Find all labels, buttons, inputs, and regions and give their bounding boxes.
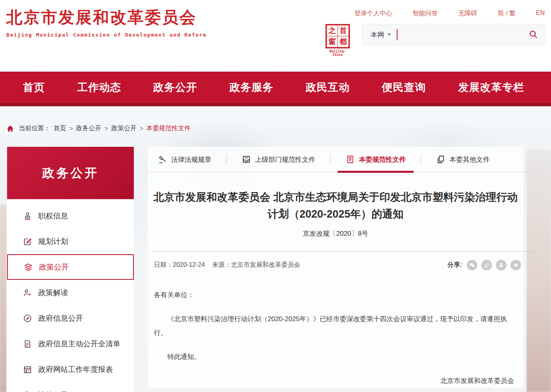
article-meta: 日期：2020-12-24来源：北京市发展和改革委员会 分享: [148, 252, 523, 277]
sidebar-item-website-annual-report[interactable]: 政府网站工作年度报表 [7, 357, 134, 382]
nav-item-gov-affairs[interactable]: 政务公开 [153, 80, 197, 94]
top-links: 登录个人中心 智能问答 无障碍 简 / 繁 EN [325, 0, 551, 18]
sidebar-item-label: 政府网站工作年度报表 [38, 364, 113, 375]
site-logo[interactable]: 北京市发展和改革委员会 Beijing Municipal Commission… [6, 9, 207, 38]
compass-icon [23, 314, 32, 323]
salutation: 各有关单位： [154, 288, 516, 302]
date-value: 2020-12-24 [173, 261, 205, 268]
seal-char: 之 [327, 25, 338, 36]
source-value: 北京市发展和改革委员会 [231, 261, 300, 268]
top-link-accessibility[interactable]: 无障碍 [458, 9, 477, 18]
date-source: 日期：2020-12-24来源：北京市发展和改革委员会 [154, 261, 300, 269]
header-right: 登录个人中心 智能问答 无障碍 简 / 繁 EN 之 首 窗 都 Beijing… [325, 0, 551, 57]
breadcrumb-home[interactable]: 首页 [54, 124, 66, 133]
site-title: 北京市发展和改革委员会 [6, 9, 207, 26]
sidebar-item-proactive-disclosure-list[interactable]: 政府信息主动公开全清单 [7, 331, 134, 357]
document-list-icon [23, 339, 32, 349]
nav-item-interaction[interactable]: 政民互动 [306, 80, 350, 94]
sidebar-item-policy-interpretation[interactable]: 政策解读 [7, 280, 134, 305]
sidebar-item-label: 决策目录 [38, 390, 68, 392]
home-icon[interactable] [6, 125, 14, 133]
copy-icon [436, 155, 446, 164]
article-main: 法律法规规章 上级部门规范性文件 [148, 147, 523, 388]
site-header: 北京市发展和改革委员会 Beijing Municipal Commission… [0, 0, 551, 72]
source-label: 来源： [212, 261, 231, 268]
sidebar: 政务公开 职权信息 规划 [7, 147, 134, 392]
seal-char: 窗 [327, 36, 338, 47]
tab-label: 法律法规规章 [171, 155, 211, 164]
tab-commission-other-docs[interactable]: 本委其他文件 [431, 147, 494, 172]
content-area: 政务公开 职权信息 规划 [7, 147, 551, 392]
top-link-smart-qa[interactable]: 智能问答 [412, 9, 438, 18]
sidebar-item-label: 政府信息主动公开全清单 [38, 339, 120, 349]
date-label: 日期： [154, 261, 173, 268]
tab-divider [330, 154, 331, 165]
top-link-login[interactable]: 登录个人中心 [354, 9, 392, 18]
sidebar-list: 职权信息 规划计划 政策公开 [7, 199, 134, 392]
report-calendar-icon [23, 365, 32, 374]
page: 北京市发展和改革委员会 Beijing Municipal Commission… [0, 0, 551, 392]
tab-superior-normative-docs[interactable]: 上级部门规范性文件 [237, 147, 320, 172]
seal-char: 首 [338, 25, 349, 36]
sidebar-item-label: 职权信息 [38, 211, 68, 221]
sidebar-item-authority-info[interactable]: 职权信息 [7, 203, 134, 229]
header-search-row: 之 首 窗 都 Beijing-China 本网 [325, 24, 551, 57]
breadcrumb-gov-affairs[interactable]: 政务公开 [76, 124, 101, 133]
share-bar: 分享: [447, 260, 521, 270]
nav-item-work-news[interactable]: 工作动态 [77, 80, 121, 94]
seal-caption: Beijing-China [325, 50, 351, 57]
inbox-icon [242, 155, 251, 164]
seal-box: 之 首 窗 都 [325, 24, 350, 48]
background-art [0, 205, 6, 392]
paragraph: 特此通知。 [154, 350, 516, 364]
seal-char: 都 [338, 36, 349, 47]
weibo-icon[interactable] [481, 260, 492, 270]
capital-window-seal-logo[interactable]: 之 首 窗 都 Beijing-China [325, 24, 351, 57]
breadcrumb-current: 本委规范性文件 [146, 124, 190, 133]
edit-icon [23, 237, 32, 246]
paragraph: 《北京市塑料污染治理行动计划（2020-2025年）》已经市委深改委第十四次会议… [154, 312, 516, 340]
search-bar: 本网 [362, 24, 545, 45]
search-icon [529, 30, 538, 40]
text-caret [397, 29, 398, 40]
top-link-simplified-traditional[interactable]: 简 / 繁 [497, 9, 515, 18]
nav-item-convenient-query[interactable]: 便民查询 [382, 80, 426, 94]
breadcrumb-separator: > [104, 125, 108, 132]
nav-item-home[interactable]: 首页 [23, 80, 45, 94]
person-check-icon [23, 288, 32, 298]
folder-icon [23, 390, 32, 392]
breadcrumb-separator: > [69, 125, 73, 132]
sidebar-item-policy-disclosure[interactable]: 政策公开 [7, 254, 134, 280]
wechat-icon[interactable] [467, 260, 477, 270]
search-scope-label: 本网 [371, 30, 384, 39]
sidebar-item-decision-catalog[interactable]: 决策目录 [7, 382, 134, 392]
search-scope-dropdown[interactable]: 本网 [362, 30, 397, 39]
article-title: 北京市发展和改革委员会 北京市生态环境局关于印发北京市塑料污染治理行动计划（20… [153, 189, 519, 223]
nav-item-gov-services[interactable]: 政务服务 [229, 80, 274, 94]
sidebar-item-planning[interactable]: 规划计划 [7, 229, 134, 254]
tab-commission-normative-docs[interactable]: 本委规范性文件 [341, 147, 410, 172]
tab-label: 上级部门规范性文件 [255, 155, 315, 164]
sidebar-item-label: 规划计划 [38, 237, 68, 247]
breadcrumb-separator: > [140, 125, 143, 132]
site-subtitle: Beijing Municipal Commission of Developm… [6, 32, 207, 38]
star-icon[interactable] [510, 260, 521, 270]
search-button[interactable] [526, 30, 545, 40]
top-link-english[interactable]: EN [536, 9, 545, 18]
tab-laws-regulations[interactable]: 法律法规规章 [153, 147, 216, 172]
article-body: 各有关单位： 《北京市塑料污染治理行动计划（2020-2025年）》已经市委深改… [148, 277, 523, 388]
doc-number: 京发改规〔2020〕8号 [148, 229, 523, 238]
document-icon [346, 155, 355, 164]
breadcrumb: 当前位置： 首页 > 政务公开 > 政策公开 > 本委规范性文件 [6, 124, 551, 133]
share-label: 分享: [447, 261, 462, 269]
sidebar-item-label: 政策公开 [39, 262, 69, 272]
search-input[interactable] [401, 24, 526, 45]
tab-label: 本委规范性文件 [359, 155, 406, 164]
tab-divider [226, 154, 227, 165]
qq-icon[interactable] [496, 260, 507, 270]
breadcrumb-policy[interactable]: 政策公开 [111, 124, 137, 133]
tab-label: 本委其他文件 [449, 155, 490, 164]
nav-item-reform-column[interactable]: 发展改革专栏 [458, 80, 524, 94]
gavel-icon [158, 155, 167, 164]
sidebar-item-gov-info-disclosure[interactable]: 政府信息公开 [7, 305, 134, 331]
